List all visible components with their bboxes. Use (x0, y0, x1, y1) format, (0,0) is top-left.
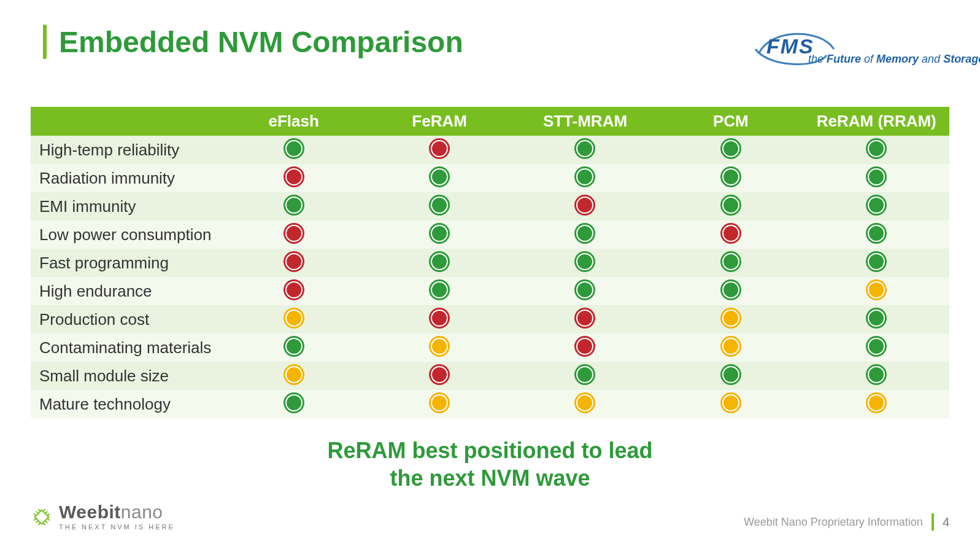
green-status-icon (574, 223, 595, 244)
status-cell (512, 362, 658, 390)
status-cell (658, 192, 803, 220)
green-status-icon (866, 364, 887, 385)
red-status-icon (284, 279, 304, 300)
yellow-status-icon (866, 279, 887, 300)
weebit-name: Weebitnano (59, 503, 175, 521)
weebit-text: Weebitnano THE NEXT NVM IS HERE (59, 503, 175, 531)
green-status-icon (429, 195, 450, 216)
svg-line-4 (34, 518, 36, 521)
red-status-icon (720, 223, 741, 244)
conclusion: ReRAM best positioned to lead the next N… (31, 437, 949, 492)
table-header-row: eFlash FeRAM STT-MRAM PCM ReRAM (RRAM) (31, 107, 949, 136)
page-title: Embedded NVM Comparison (59, 25, 463, 59)
status-cell (512, 390, 658, 418)
status-cell (366, 220, 512, 249)
yellow-status-icon (720, 308, 741, 329)
status-cell (512, 333, 658, 362)
yellow-status-icon (720, 392, 741, 413)
red-status-icon (429, 364, 450, 385)
yellow-status-icon (574, 392, 595, 413)
table-row: Production cost (31, 305, 949, 333)
status-cell (658, 362, 803, 390)
table-row: High endurance (31, 277, 949, 305)
col-header: FeRAM (366, 107, 512, 136)
status-cell (804, 192, 949, 220)
status-cell (366, 249, 512, 277)
svg-line-7 (38, 509, 41, 512)
status-cell (804, 333, 949, 362)
green-status-icon (574, 364, 595, 385)
yellow-status-icon (284, 364, 304, 385)
status-cell (804, 305, 949, 333)
green-status-icon (429, 166, 450, 187)
row-label: High-temp reliability (31, 136, 221, 164)
status-cell (658, 333, 803, 362)
table-row: Low power consumption (31, 220, 949, 249)
status-cell (221, 220, 366, 249)
fms-logo: FMS the Future of Memory and Storage (753, 25, 949, 70)
status-cell (366, 362, 512, 390)
green-status-icon (574, 166, 595, 187)
page-number: 4 (943, 515, 949, 529)
red-status-icon (284, 166, 304, 187)
row-label: Contaminating materials (31, 333, 221, 362)
col-header: eFlash (221, 107, 366, 136)
comparison-table: eFlash FeRAM STT-MRAM PCM ReRAM (RRAM) H… (31, 107, 949, 418)
status-cell (221, 164, 366, 192)
table-row: EMI immunity (31, 192, 949, 220)
title-accent-bar (43, 25, 47, 59)
table-row: Small module size (31, 362, 949, 390)
green-status-icon (866, 195, 887, 216)
status-cell (221, 390, 366, 418)
status-cell (512, 220, 658, 249)
red-status-icon (574, 195, 595, 216)
svg-line-1 (43, 509, 45, 512)
svg-line-12 (43, 523, 45, 525)
status-cell (512, 136, 658, 164)
status-cell (512, 164, 658, 192)
status-cell (366, 390, 512, 418)
status-cell (366, 333, 512, 362)
status-cell (658, 249, 803, 277)
svg-line-9 (34, 513, 36, 516)
status-cell (804, 249, 949, 277)
row-label: Low power consumption (31, 220, 221, 249)
green-status-icon (574, 251, 595, 272)
fms-brand: FMS (766, 34, 814, 58)
status-cell (512, 305, 658, 333)
yellow-status-icon (429, 336, 450, 357)
yellow-status-icon (284, 308, 304, 329)
footer-accent-bar (932, 513, 934, 531)
status-cell (512, 192, 658, 220)
comparison-table-wrap: eFlash FeRAM STT-MRAM PCM ReRAM (RRAM) H… (31, 107, 949, 418)
status-cell (221, 136, 366, 164)
status-cell (804, 277, 949, 305)
chip-icon (31, 506, 53, 528)
red-status-icon (574, 308, 595, 329)
green-status-icon (720, 166, 741, 187)
green-status-icon (284, 336, 304, 357)
table-header-empty (31, 107, 221, 136)
svg-line-8 (36, 511, 39, 513)
row-label: Mature technology (31, 390, 221, 418)
row-label: High endurance (31, 277, 221, 305)
green-status-icon (720, 251, 741, 272)
status-cell (366, 136, 512, 164)
yellow-status-icon (720, 336, 741, 357)
weebit-logo: Weebitnano THE NEXT NVM IS HERE (31, 503, 175, 531)
status-cell (658, 220, 803, 249)
conclusion-line1: ReRAM best positioned to lead (31, 437, 949, 464)
conclusion-line2: the next NVM wave (31, 464, 949, 492)
row-label: Small module size (31, 362, 221, 390)
green-status-icon (284, 392, 304, 413)
col-header: STT-MRAM (512, 107, 658, 136)
green-status-icon (284, 138, 304, 159)
green-status-icon (720, 364, 741, 385)
red-status-icon (429, 308, 450, 329)
green-status-icon (284, 195, 304, 216)
weebit-tagline: THE NEXT NVM IS HERE (59, 524, 175, 531)
col-header: ReRAM (RRAM) (804, 107, 949, 136)
yellow-status-icon (866, 392, 887, 413)
status-cell (804, 362, 949, 390)
status-cell (658, 305, 803, 333)
